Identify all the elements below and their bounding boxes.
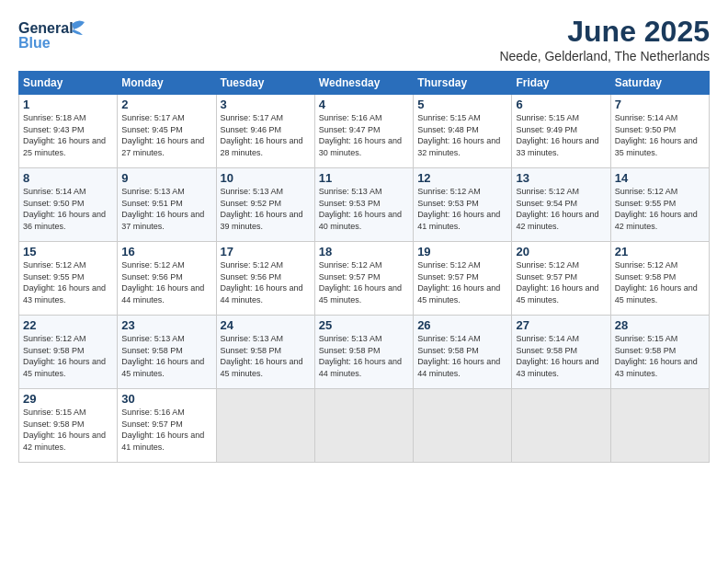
day-number: 19 — [417, 245, 507, 259]
day-info: Sunrise: 5:12 AMSunset: 9:53 PMDaylight:… — [417, 186, 507, 232]
day-cell — [414, 389, 512, 463]
day-info: Sunrise: 5:13 AMSunset: 9:53 PMDaylight:… — [319, 186, 409, 232]
day-number: 6 — [516, 98, 606, 111]
column-header-thursday: Thursday — [414, 72, 512, 95]
day-cell: 16 Sunrise: 5:12 AMSunset: 9:56 PMDaylig… — [118, 242, 216, 316]
column-header-saturday: Saturday — [610, 72, 709, 95]
logo: General Blue — [18, 15, 92, 56]
day-cell: 21 Sunrise: 5:12 AMSunset: 9:58 PMDaylig… — [610, 242, 709, 316]
day-cell: 14 Sunrise: 5:12 AMSunset: 9:55 PMDaylig… — [610, 168, 709, 242]
day-info: Sunrise: 5:13 AMSunset: 9:58 PMDaylight:… — [121, 333, 211, 379]
day-info: Sunrise: 5:15 AMSunset: 9:49 PMDaylight:… — [516, 112, 606, 158]
day-info: Sunrise: 5:15 AMSunset: 9:58 PMDaylight:… — [23, 407, 113, 453]
day-cell — [610, 389, 709, 463]
day-cell: 10 Sunrise: 5:13 AMSunset: 9:52 PMDaylig… — [216, 168, 314, 242]
day-number: 26 — [417, 318, 507, 332]
day-info: Sunrise: 5:12 AMSunset: 9:56 PMDaylight:… — [121, 259, 211, 305]
day-info: Sunrise: 5:13 AMSunset: 9:58 PMDaylight:… — [319, 333, 409, 379]
day-cell: 30 Sunrise: 5:16 AMSunset: 9:57 PMDaylig… — [118, 389, 216, 463]
day-cell: 28 Sunrise: 5:15 AMSunset: 9:58 PMDaylig… — [610, 316, 709, 389]
day-number: 18 — [319, 245, 409, 259]
day-cell: 23 Sunrise: 5:13 AMSunset: 9:58 PMDaylig… — [118, 316, 216, 389]
day-cell: 6 Sunrise: 5:15 AMSunset: 9:49 PMDayligh… — [512, 95, 610, 168]
day-number: 24 — [221, 318, 311, 332]
day-cell: 26 Sunrise: 5:14 AMSunset: 9:58 PMDaylig… — [414, 316, 512, 389]
day-cell: 13 Sunrise: 5:12 AMSunset: 9:54 PMDaylig… — [512, 168, 610, 242]
svg-text:General: General — [18, 20, 74, 36]
week-row-4: 22 Sunrise: 5:12 AMSunset: 9:58 PMDaylig… — [19, 316, 710, 389]
day-info: Sunrise: 5:12 AMSunset: 9:57 PMDaylight:… — [417, 259, 507, 305]
header: General Blue June 2025 Neede, Gelderland… — [18, 15, 710, 63]
day-info: Sunrise: 5:14 AMSunset: 9:58 PMDaylight:… — [417, 333, 507, 379]
day-cell: 25 Sunrise: 5:13 AMSunset: 9:58 PMDaylig… — [314, 316, 413, 389]
column-header-tuesday: Tuesday — [216, 72, 314, 95]
column-header-sunday: Sunday — [19, 72, 118, 95]
day-number: 30 — [121, 392, 211, 406]
day-cell: 2 Sunrise: 5:17 AMSunset: 9:45 PMDayligh… — [118, 95, 216, 168]
day-info: Sunrise: 5:12 AMSunset: 9:56 PMDaylight:… — [221, 259, 311, 305]
day-number: 17 — [221, 245, 311, 259]
day-cell — [512, 389, 610, 463]
day-number: 27 — [516, 318, 606, 332]
week-row-1: 1 Sunrise: 5:18 AMSunset: 9:43 PMDayligh… — [19, 95, 710, 168]
day-cell: 3 Sunrise: 5:17 AMSunset: 9:46 PMDayligh… — [216, 95, 314, 168]
day-info: Sunrise: 5:12 AMSunset: 9:57 PMDaylight:… — [319, 259, 409, 305]
week-row-3: 15 Sunrise: 5:12 AMSunset: 9:55 PMDaylig… — [19, 242, 710, 316]
column-header-wednesday: Wednesday — [314, 72, 413, 95]
day-number: 23 — [121, 318, 211, 332]
day-info: Sunrise: 5:12 AMSunset: 9:55 PMDaylight:… — [23, 259, 113, 305]
day-number: 9 — [121, 171, 211, 185]
day-number: 28 — [615, 318, 705, 332]
day-info: Sunrise: 5:16 AMSunset: 9:57 PMDaylight:… — [121, 407, 211, 453]
page: General Blue June 2025 Neede, Gelderland… — [0, 0, 728, 563]
day-number: 29 — [23, 392, 113, 406]
day-number: 10 — [221, 171, 311, 185]
week-row-2: 8 Sunrise: 5:14 AMSunset: 9:50 PMDayligh… — [19, 168, 710, 242]
day-cell: 17 Sunrise: 5:12 AMSunset: 9:56 PMDaylig… — [216, 242, 314, 316]
day-cell: 5 Sunrise: 5:15 AMSunset: 9:48 PMDayligh… — [414, 95, 512, 168]
day-info: Sunrise: 5:16 AMSunset: 9:47 PMDaylight:… — [319, 112, 409, 158]
svg-text:Blue: Blue — [18, 35, 51, 51]
day-number: 21 — [615, 245, 705, 259]
day-cell: 27 Sunrise: 5:14 AMSunset: 9:58 PMDaylig… — [512, 316, 610, 389]
day-info: Sunrise: 5:17 AMSunset: 9:45 PMDaylight:… — [121, 112, 211, 158]
day-cell: 4 Sunrise: 5:16 AMSunset: 9:47 PMDayligh… — [314, 95, 413, 168]
day-info: Sunrise: 5:18 AMSunset: 9:43 PMDaylight:… — [23, 112, 113, 158]
day-number: 4 — [319, 98, 409, 111]
day-number: 11 — [319, 171, 409, 185]
header-row: SundayMondayTuesdayWednesdayThursdayFrid… — [19, 72, 710, 95]
day-cell: 29 Sunrise: 5:15 AMSunset: 9:58 PMDaylig… — [19, 389, 118, 463]
day-info: Sunrise: 5:12 AMSunset: 9:58 PMDaylight:… — [23, 333, 113, 379]
day-info: Sunrise: 5:14 AMSunset: 9:50 PMDaylight:… — [23, 186, 113, 232]
day-cell: 20 Sunrise: 5:12 AMSunset: 9:57 PMDaylig… — [512, 242, 610, 316]
day-info: Sunrise: 5:14 AMSunset: 9:58 PMDaylight:… — [516, 333, 606, 379]
day-number: 25 — [319, 318, 409, 332]
main-title: June 2025 — [499, 15, 710, 49]
day-cell: 8 Sunrise: 5:14 AMSunset: 9:50 PMDayligh… — [19, 168, 118, 242]
calendar-table: SundayMondayTuesdayWednesdayThursdayFrid… — [18, 71, 710, 463]
day-number: 3 — [221, 98, 311, 111]
day-number: 7 — [615, 98, 705, 111]
day-cell: 7 Sunrise: 5:14 AMSunset: 9:50 PMDayligh… — [610, 95, 709, 168]
day-info: Sunrise: 5:14 AMSunset: 9:50 PMDaylight:… — [615, 112, 705, 158]
day-info: Sunrise: 5:17 AMSunset: 9:46 PMDaylight:… — [221, 112, 311, 158]
day-cell: 19 Sunrise: 5:12 AMSunset: 9:57 PMDaylig… — [414, 242, 512, 316]
day-number: 2 — [121, 98, 211, 111]
day-cell: 24 Sunrise: 5:13 AMSunset: 9:58 PMDaylig… — [216, 316, 314, 389]
day-number: 12 — [417, 171, 507, 185]
day-number: 13 — [516, 171, 606, 185]
week-row-5: 29 Sunrise: 5:15 AMSunset: 9:58 PMDaylig… — [19, 389, 710, 463]
day-cell — [314, 389, 413, 463]
day-info: Sunrise: 5:12 AMSunset: 9:54 PMDaylight:… — [516, 186, 606, 232]
title-block: June 2025 Neede, Gelderland, The Netherl… — [499, 15, 710, 63]
day-cell: 9 Sunrise: 5:13 AMSunset: 9:51 PMDayligh… — [118, 168, 216, 242]
day-number: 22 — [23, 318, 113, 332]
day-number: 20 — [516, 245, 606, 259]
day-info: Sunrise: 5:12 AMSunset: 9:57 PMDaylight:… — [516, 259, 606, 305]
column-header-friday: Friday — [512, 72, 610, 95]
day-info: Sunrise: 5:13 AMSunset: 9:51 PMDaylight:… — [121, 186, 211, 232]
day-number: 1 — [23, 98, 113, 111]
day-number: 16 — [121, 245, 211, 259]
day-cell: 22 Sunrise: 5:12 AMSunset: 9:58 PMDaylig… — [19, 316, 118, 389]
day-info: Sunrise: 5:15 AMSunset: 9:58 PMDaylight:… — [615, 333, 705, 379]
